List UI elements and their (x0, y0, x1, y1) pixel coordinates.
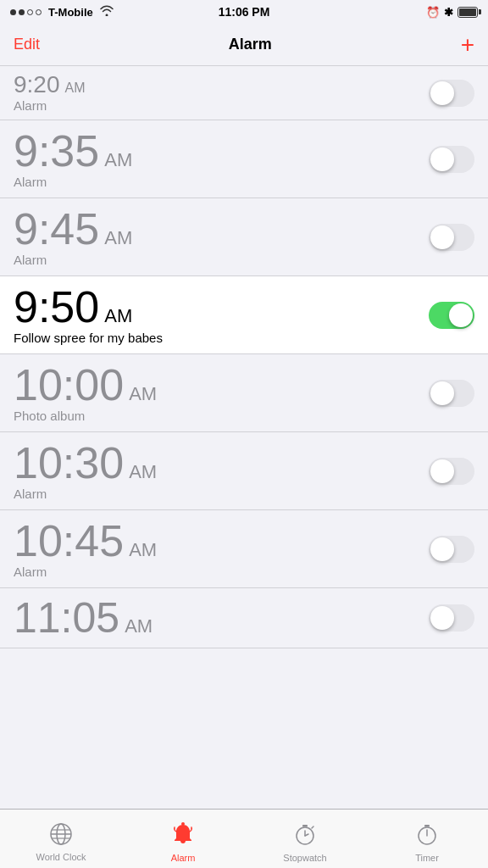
alarm-time-row: 9:35 AM (14, 129, 132, 173)
alarm-info: 10:30 AM Alarm (14, 441, 157, 501)
alarm-label-display: Alarm (14, 487, 157, 501)
signal-dot-2 (19, 9, 25, 15)
alarm-info: 9:45 AM Alarm (14, 207, 132, 267)
alarm-item[interactable]: 10:45 AM Alarm (0, 510, 488, 588)
battery-icon (458, 7, 478, 18)
toggle-knob (430, 147, 454, 171)
alarm-time-row: 11:05 AM (14, 597, 152, 639)
alarm-item[interactable]: 9:20 AM Alarm (0, 66, 488, 120)
alarm-toggle[interactable] (429, 458, 474, 485)
alarm-label-display: Alarm (14, 565, 157, 579)
alarm-ampm-display: AM (104, 149, 132, 171)
signal-dots (10, 9, 42, 15)
alarm-label-display: Photo album (14, 409, 157, 423)
alarm-toggle[interactable] (429, 604, 474, 632)
alarm-time-row: 9:20 AM (14, 73, 86, 97)
svg-rect-9 (302, 825, 308, 827)
alarm-tab-icon (171, 821, 195, 850)
toggle-knob (430, 537, 454, 561)
alarm-ampm-display: AM (104, 227, 132, 249)
tab-stopwatch[interactable]: Stopwatch (244, 815, 366, 863)
world-clock-icon (49, 822, 73, 849)
signal-dot-1 (10, 9, 16, 15)
alarm-label-display: Follow spree for my babes (14, 331, 163, 345)
edit-button[interactable]: Edit (14, 36, 40, 53)
status-bar: T-Mobile 11:06 PM ⏰ ✱ (0, 0, 488, 24)
alarm-time-display: 10:45 (14, 519, 124, 563)
alarm-time-display: 10:00 (14, 363, 124, 407)
alarm-item[interactable]: 10:30 AM Alarm (0, 432, 488, 510)
alarm-info: 9:35 AM Alarm (14, 129, 132, 189)
alarm-time-display: 9:20 (14, 73, 60, 97)
alarm-item[interactable]: 9:50 AM Follow spree for my babes (0, 276, 488, 354)
alarm-time-display: 9:50 (14, 285, 99, 329)
alarm-item[interactable]: 11:05 AM (0, 588, 488, 648)
add-alarm-button[interactable]: + (461, 33, 474, 57)
tab-timer-label: Timer (415, 853, 439, 863)
tab-timer[interactable]: Timer (366, 815, 488, 863)
toggle-knob (430, 606, 454, 630)
tab-bar: World Clock Alarm (0, 809, 488, 868)
alarm-label-display: Alarm (14, 98, 86, 113)
signal-dot-4 (36, 9, 42, 15)
svg-line-10 (312, 826, 313, 828)
alarm-info: 10:00 AM Photo album (14, 363, 157, 423)
alarm-time-display: 9:35 (14, 129, 99, 173)
tab-world-clock[interactable]: World Clock (0, 815, 122, 862)
toggle-knob (430, 81, 454, 105)
tab-stopwatch-label: Stopwatch (283, 853, 326, 863)
alarm-item[interactable]: 9:45 AM Alarm (0, 198, 488, 276)
toggle-knob (430, 225, 454, 249)
alarm-ampm-display: AM (125, 615, 152, 637)
alarm-toggle[interactable] (429, 536, 474, 563)
timer-icon (415, 821, 439, 850)
status-right: ⏰ ✱ (426, 6, 478, 19)
alarm-label-display: Alarm (14, 253, 132, 267)
signal-dot-3 (27, 9, 33, 15)
bluetooth-icon: ✱ (444, 6, 453, 19)
alarm-time-row: 10:45 AM (14, 519, 157, 563)
alarm-item[interactable]: 10:00 AM Photo album (0, 354, 488, 432)
alarm-time-display: 10:30 (14, 441, 124, 485)
wifi-icon (100, 5, 114, 19)
svg-rect-13 (424, 825, 430, 827)
alarm-toggle[interactable] (429, 80, 474, 107)
alarm-time-display: 11:05 (14, 597, 119, 639)
alarm-time-row: 9:45 AM (14, 207, 132, 251)
alarm-ampm-display: AM (129, 383, 157, 405)
alarm-label-display: Alarm (14, 175, 132, 189)
toggle-knob (449, 303, 473, 327)
tab-alarm-label: Alarm (171, 853, 196, 863)
alarm-time-row: 10:00 AM (14, 363, 157, 407)
alarm-list: 9:20 AM Alarm 9:35 AM Alarm 9:45 AM (0, 66, 488, 809)
alarm-info: 9:20 AM Alarm (14, 73, 86, 113)
alarm-item[interactable]: 9:35 AM Alarm (0, 120, 488, 198)
status-left: T-Mobile (10, 5, 114, 19)
alarm-status-icon: ⏰ (426, 6, 440, 19)
alarm-time-row: 9:50 AM (14, 285, 163, 329)
alarm-toggle[interactable] (429, 380, 474, 407)
alarm-ampm-display: AM (104, 305, 132, 327)
toggle-knob (430, 381, 454, 405)
alarm-ampm-display: AM (65, 81, 86, 96)
alarm-toggle[interactable] (429, 302, 474, 329)
alarm-toggle[interactable] (429, 224, 474, 251)
tab-world-clock-label: World Clock (36, 852, 86, 862)
carrier-label: T-Mobile (48, 6, 93, 19)
alarm-time-display: 9:45 (14, 207, 99, 251)
stopwatch-icon (293, 821, 317, 850)
alarm-time-row: 10:30 AM (14, 441, 157, 485)
alarm-info: 10:45 AM Alarm (14, 519, 157, 579)
alarm-ampm-display: AM (129, 539, 157, 561)
alarm-info: 11:05 AM (14, 597, 152, 639)
toggle-knob (430, 459, 454, 483)
alarm-toggle[interactable] (429, 146, 474, 173)
tab-alarm[interactable]: Alarm (122, 815, 244, 863)
nav-bar: Edit Alarm + (0, 24, 488, 66)
page-title: Alarm (229, 36, 272, 53)
status-time: 11:06 PM (219, 5, 270, 19)
alarm-info: 9:50 AM Follow spree for my babes (14, 285, 163, 345)
svg-point-5 (181, 822, 185, 826)
alarm-ampm-display: AM (129, 461, 157, 483)
